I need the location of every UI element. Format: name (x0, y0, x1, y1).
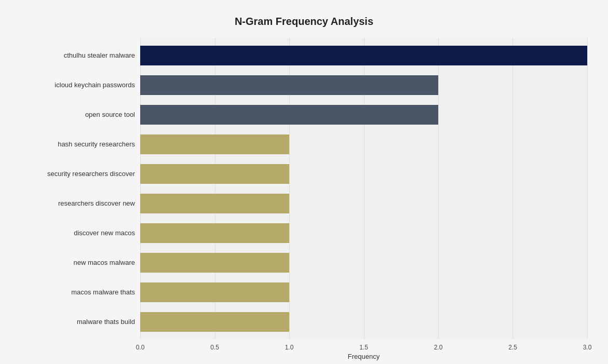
chart-area: cthulhu stealer malwareicloud keychain p… (21, 38, 587, 319)
bar (140, 105, 438, 125)
y-label: icloud keychain passwords (55, 70, 135, 100)
x-tick-label: 2.5 (508, 344, 517, 351)
x-axis-label: Frequency (140, 353, 587, 360)
x-tick-label: 1.0 (285, 344, 294, 351)
bar-row (140, 221, 587, 246)
x-tick-label: 1.5 (359, 344, 368, 351)
bar (140, 164, 289, 184)
bar (140, 134, 289, 154)
bar-row (140, 132, 587, 157)
y-label: macos malware thats (71, 277, 135, 307)
chart-container: N-Gram Frequency Analysis cthulhu steale… (0, 0, 608, 364)
bar (140, 253, 289, 273)
bar (140, 75, 438, 95)
x-tick-label: 0.5 (210, 344, 219, 351)
y-label: discover new macos (74, 218, 135, 248)
bar-row (140, 309, 587, 334)
bar-row (140, 280, 587, 305)
y-label: security researchers discover (47, 159, 135, 188)
bar-row (140, 191, 587, 216)
bar-row (140, 250, 587, 275)
y-label: cthulhu stealer malware (64, 41, 135, 70)
x-tick-label: 0.0 (136, 344, 145, 351)
y-labels: cthulhu stealer malwareicloud keychain p… (21, 38, 140, 339)
bar (140, 312, 289, 332)
bars-section: cthulhu stealer malwareicloud keychain p… (21, 38, 587, 339)
bar-row (140, 73, 587, 98)
bar (140, 282, 289, 302)
plot-area (140, 38, 587, 339)
bar (140, 46, 587, 65)
y-label: open source tool (85, 100, 135, 129)
chart-title: N-Gram Frequency Analysis (21, 10, 587, 28)
y-label: malware thats build (77, 307, 135, 336)
x-axis: 0.00.51.01.52.02.53.0 Frequency (140, 341, 587, 360)
bar-row (140, 161, 587, 186)
bar-row (140, 43, 587, 68)
grid-line (587, 38, 588, 339)
y-label: researchers discover new (58, 188, 135, 218)
bar (140, 194, 289, 213)
y-label: hash security researchers (58, 129, 135, 159)
y-label: new macos malware (74, 248, 136, 277)
x-tick-label: 3.0 (583, 344, 592, 351)
bar (140, 223, 289, 243)
bar-row (140, 102, 587, 127)
x-tick-label: 2.0 (434, 344, 443, 351)
